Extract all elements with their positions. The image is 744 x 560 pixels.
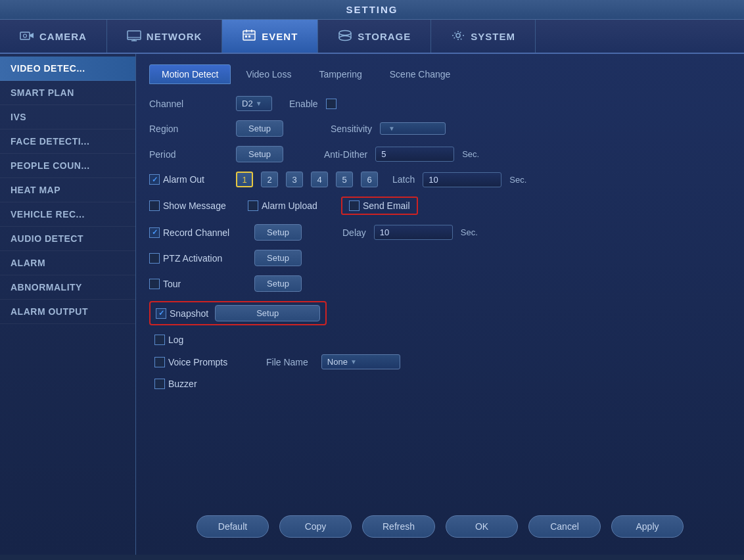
apply-button[interactable]: Apply xyxy=(611,515,684,538)
alarm-num-4[interactable]: 4 xyxy=(311,172,328,187)
copy-button[interactable]: Copy xyxy=(279,515,352,538)
alarm-upload-checkbox[interactable] xyxy=(248,200,258,211)
refresh-button[interactable]: Refresh xyxy=(362,515,435,538)
anti-dither-label: Anti-Dither xyxy=(324,149,367,160)
nav-network[interactable]: NETWORK xyxy=(107,20,223,53)
svg-rect-0 xyxy=(20,32,30,39)
record-channel-setup-button[interactable]: Setup xyxy=(254,224,302,241)
latch-input[interactable] xyxy=(423,172,501,187)
tab-tampering[interactable]: Tampering xyxy=(306,64,374,84)
latch-sec: Sec. xyxy=(509,175,526,185)
alarm-num-6[interactable]: 6 xyxy=(361,172,378,187)
log-wrap[interactable]: Log xyxy=(154,335,252,345)
sidebar-item-abnormality[interactable]: ABNORMALITY xyxy=(0,275,135,300)
anti-dither-input[interactable] xyxy=(375,147,454,162)
title-bar: SETTING xyxy=(0,0,744,20)
voice-prompts-wrap[interactable]: Voice Prompts xyxy=(154,357,252,367)
svg-marker-1 xyxy=(30,33,34,38)
sidebar-item-people-count[interactable]: PEOPLE COUN... xyxy=(0,154,135,178)
sidebar-item-ivs[interactable]: IVS xyxy=(0,105,135,129)
nav-storage-label: STORAGE xyxy=(358,31,411,42)
storage-icon xyxy=(338,30,352,43)
sidebar-item-alarm-output[interactable]: ALARM OUTPUT xyxy=(0,300,135,324)
tab-scene-change[interactable]: Scene Change xyxy=(377,64,463,84)
record-channel-checkbox[interactable] xyxy=(149,227,160,238)
log-checkbox[interactable] xyxy=(154,335,165,345)
sidebar-item-audio-detect[interactable]: AUDIO DETECT xyxy=(0,227,135,251)
delay-input[interactable] xyxy=(374,225,453,240)
nav-storage[interactable]: STORAGE xyxy=(318,20,431,53)
period-label: Period xyxy=(149,149,228,160)
alarm-num-5[interactable]: 5 xyxy=(336,172,353,187)
tour-wrap[interactable]: Tour xyxy=(149,279,246,289)
form-area: Channel D2 ▼ Enable Region Setup Sensiti… xyxy=(149,96,731,506)
enable-checkbox[interactable] xyxy=(326,99,337,109)
nav-event[interactable]: EVENT xyxy=(222,20,318,53)
sensitivity-dropdown[interactable]: ▼ xyxy=(380,122,446,135)
alarm-num-2[interactable]: 2 xyxy=(261,172,278,187)
delay-label: Delay xyxy=(342,227,366,238)
snapshot-checkbox[interactable] xyxy=(156,308,166,319)
chevron-down-icon: ▼ xyxy=(256,100,262,107)
buzzer-row: Buzzer xyxy=(149,379,731,389)
alarm-out-label: Alarm Out xyxy=(163,174,204,185)
nav-system-label: SYSTEM xyxy=(471,31,515,42)
voice-prompts-checkbox[interactable] xyxy=(154,357,165,367)
sidebar-item-heat-map[interactable]: HEAT MAP xyxy=(0,178,135,202)
ptz-activation-checkbox[interactable] xyxy=(149,253,160,264)
period-setup-button[interactable]: Setup xyxy=(236,146,283,162)
tour-setup-button[interactable]: Setup xyxy=(254,275,302,292)
buzzer-wrap[interactable]: Buzzer xyxy=(154,379,252,389)
file-name-label: File Name xyxy=(266,357,308,367)
log-row: Log xyxy=(149,335,731,345)
default-button[interactable]: Default xyxy=(197,515,269,538)
file-name-dropdown[interactable]: None ▼ xyxy=(321,354,400,369)
tour-row: Tour Setup xyxy=(149,275,731,292)
svg-point-2 xyxy=(24,34,27,37)
region-row: Region Setup Sensitivity ▼ xyxy=(149,120,731,137)
buzzer-checkbox[interactable] xyxy=(154,379,165,389)
send-email-checkbox[interactable] xyxy=(349,200,360,211)
filename-chevron-icon: ▼ xyxy=(350,358,357,365)
camera-icon xyxy=(20,30,34,43)
tab-motion-detect[interactable]: Motion Detect xyxy=(149,64,231,84)
alarm-upload-label: Alarm Upload xyxy=(262,200,317,211)
sidebar-item-alarm[interactable]: ALARM xyxy=(0,251,135,275)
delay-sec: Sec. xyxy=(461,227,478,237)
region-setup-button[interactable]: Setup xyxy=(236,120,283,137)
anti-dither-sec: Sec. xyxy=(462,149,479,159)
alarm-out-wrap[interactable]: Alarm Out xyxy=(149,174,228,185)
snapshot-highlight-box: Snapshot Setup xyxy=(149,301,327,325)
snapshot-row: Snapshot Setup xyxy=(149,301,731,325)
channel-label: Channel xyxy=(149,99,228,109)
ok-button[interactable]: OK xyxy=(446,515,518,538)
sidebar-item-vehicle-rec[interactable]: VEHICLE REC... xyxy=(0,202,135,227)
sidebar-item-video-detect[interactable]: VIDEO DETEC... xyxy=(0,57,135,81)
tour-checkbox[interactable] xyxy=(149,279,160,289)
channel-dropdown[interactable]: D2 ▼ xyxy=(236,96,272,111)
ptz-activation-label: PTZ Activation xyxy=(163,253,222,264)
sidebar-item-face-detection[interactable]: FACE DETECTI... xyxy=(0,129,135,154)
bottom-bar: Default Copy Refresh OK Cancel Apply xyxy=(149,506,731,544)
voice-prompts-label: Voice Prompts xyxy=(168,357,227,367)
alarm-out-checkbox[interactable] xyxy=(149,174,160,185)
show-message-checkbox[interactable] xyxy=(149,200,160,211)
record-channel-wrap[interactable]: Record Channel xyxy=(149,227,246,238)
alarm-num-3[interactable]: 3 xyxy=(286,172,303,187)
alarm-upload-wrap[interactable]: Alarm Upload xyxy=(248,200,333,211)
svg-rect-12 xyxy=(248,35,250,37)
nav-system[interactable]: SYSTEM xyxy=(431,20,536,53)
tab-video-loss[interactable]: Video Loss xyxy=(233,64,304,84)
snapshot-wrap[interactable]: Snapshot xyxy=(156,308,208,319)
log-label: Log xyxy=(168,335,183,345)
sidebar-item-smart-plan[interactable]: SMART PLAN xyxy=(0,81,135,105)
show-message-wrap[interactable]: Show Message xyxy=(149,200,240,211)
snapshot-setup-button[interactable]: Setup xyxy=(215,305,320,321)
show-message-row: Show Message Alarm Upload Send Email xyxy=(149,197,731,215)
ptz-setup-button[interactable]: Setup xyxy=(254,250,302,266)
nav-camera[interactable]: CAMERA xyxy=(0,20,107,53)
buzzer-label: Buzzer xyxy=(168,379,197,389)
ptz-activation-wrap[interactable]: PTZ Activation xyxy=(149,253,246,264)
alarm-num-1[interactable]: 1 xyxy=(236,172,253,187)
cancel-button[interactable]: Cancel xyxy=(528,515,601,538)
